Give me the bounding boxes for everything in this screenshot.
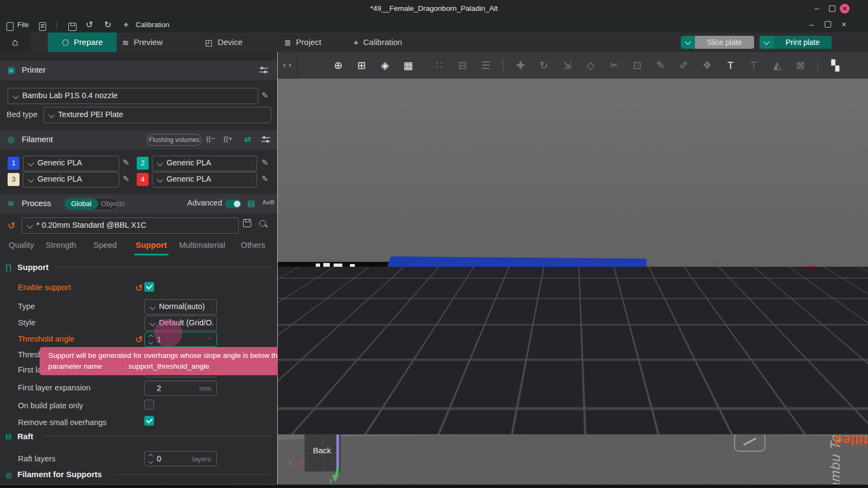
calibration-menu-icon[interactable]: ⌖ [124,17,129,33]
scope-objects-button[interactable]: Objects [94,198,131,209]
filament-supports-icon: ◎ [5,471,12,479]
occluded-row-label: Thresh [18,350,42,359]
tab-others[interactable]: Others [241,240,265,249]
param-tab-bar: Quality Strength Speed Support Multimate… [0,240,277,258]
y-axis-label: y [329,476,333,484]
filament-1-badge[interactable]: 1 [8,157,20,170]
support-section-icon: ∏ [5,263,12,272]
home-button[interactable]: ⌂ [0,33,30,52]
rename-plate-icon[interactable] [734,432,765,452]
z-axis-arrow-icon [334,425,341,432]
filament-4-select[interactable]: Generic PLA [152,172,257,188]
enable-support-checkbox[interactable] [144,282,154,292]
process-section-header: ≋ Process Global Objects Advanced ▤ A⇄B [0,194,277,214]
open-project-icon[interactable] [39,21,46,29]
titlebar-close-button[interactable]: × [840,4,850,14]
titlebar-minimize-button[interactable]: – [809,0,825,17]
printer-settings-icon[interactable] [259,67,268,74]
advanced-toggle[interactable] [225,200,241,208]
preset-list-icon[interactable]: ▤ [247,198,255,208]
reset-threshold-angle-icon[interactable]: ↺ [135,334,143,345]
on-build-plate-only-checkbox[interactable] [144,400,154,409]
filament-2-badge[interactable]: 2 [137,157,149,170]
printer-icon: ▣ [8,65,15,75]
edit-filament-3-icon[interactable]: ✎ [123,174,130,184]
model-front-face[interactable] [385,273,646,356]
bed-type-select[interactable]: Textured PEI Plate [43,107,271,123]
tab-calibration[interactable]: ⌖Calibration [354,33,402,52]
tab-preview[interactable]: ≋Preview [122,33,163,52]
redo-icon[interactable]: ↻ [104,17,111,33]
printer-preset-select[interactable]: Bambu Lab P1S 0.4 nozzle [8,88,258,104]
search-params-icon[interactable] [259,220,266,227]
support-style-select[interactable]: Default (Grid/O... [144,316,217,331]
first-layer-expansion-input[interactable]: 2 mm [144,381,217,396]
maximize-icon [829,5,835,12]
remove-filament-icon[interactable]: ((− [206,134,215,143]
tab-project[interactable]: ≣Project [284,33,321,52]
save-icon[interactable] [68,21,76,29]
tooltip-param-value: : support_threshold_angle [125,362,209,370]
filament-3-badge[interactable]: 3 [8,173,20,186]
support-type-select[interactable]: Normal(auto) [144,299,217,314]
filament-2-select[interactable]: Generic PLA [152,156,257,171]
tab-strength[interactable]: Strength [46,240,76,249]
tab-prepare[interactable]: ⎔Prepare [48,33,117,52]
threshold-angle-input[interactable]: 1 ° [144,332,217,347]
edit-filament-2-icon[interactable]: ✎ [261,158,269,168]
compare-preset-icon[interactable]: A⇄B [263,200,275,206]
x-axis-label: x [289,459,292,467]
printer-section-header: ▣ Printer [0,61,277,80]
menubar-minimize-button[interactable]: – [804,16,819,34]
plate-name-label: Untitled [794,432,868,448]
filament-icon: ◎ [8,134,15,144]
edit-filament-1-icon[interactable]: ✎ [123,158,130,168]
titlebar-maximize-button[interactable] [825,0,840,17]
edit-filament-4-icon[interactable]: ✎ [261,174,269,184]
remove-small-overhangs-checkbox[interactable] [144,416,154,426]
tab-multimaterial[interactable]: Multimaterial [179,240,225,249]
reset-process-icon[interactable]: ↺ [8,220,15,232]
flushing-volumes-button[interactable]: Flushing volumes [146,134,202,146]
edit-printer-icon[interactable]: ✎ [261,91,269,100]
undo-icon[interactable]: ↺ [86,17,93,33]
slice-plate-button[interactable]: Slice plate [681,36,754,49]
gizmo-back-label[interactable]: Back [304,446,340,455]
section-divider [54,267,271,267]
filament-1-select[interactable]: Generic PLA [23,156,119,171]
print-plate-button[interactable]: Print plate [760,36,832,49]
tab-speed[interactable]: Speed [93,240,117,249]
filament-supports-title: Filament for Supports [17,470,102,479]
calibration-menu[interactable]: Calibration [136,17,169,33]
reset-enable-support-icon[interactable]: ↺ [135,282,143,294]
support-section-title: Support [17,262,49,272]
raft-layers-spinner[interactable] [148,454,154,464]
3d-viewport[interactable]: Bambu Textured PEI Plate Untitled Top Ba… [278,52,868,484]
raft-layers-input[interactable]: 0 layers [144,451,217,466]
ams-sync-icon[interactable]: ⇄ [244,134,251,144]
project-icon: ≣ [284,38,291,47]
filament-4-badge[interactable]: 4 [137,173,149,186]
scope-global-button[interactable]: Global [65,198,98,209]
add-filament-icon[interactable]: ((+ [224,134,232,143]
preview-icon: ≋ [122,38,129,47]
model-3d-object[interactable] [278,52,868,484]
menubar-maximize-button[interactable] [820,16,835,33]
filament-3-select[interactable]: Generic PLA [23,172,119,188]
filament-settings-icon[interactable] [261,136,270,143]
settings-sidebar: ▣ Printer Bambu Lab P1S 0.4 nozzle ✎ Bed… [0,52,278,484]
tab-device[interactable]: ◰Device [205,33,242,52]
raft-section-title: Raft [17,432,33,441]
tab-support[interactable]: Support [136,240,167,249]
tab-quality[interactable]: Quality [9,240,34,249]
support-type-label: Type [18,302,35,311]
file-menu[interactable]: File [17,17,29,33]
menubar-close-button[interactable]: × [837,16,852,34]
new-file-icon[interactable] [7,21,14,29]
print-dropdown-icon[interactable] [760,36,774,49]
process-preset-select[interactable]: * 0.20mm Standard @BBL X1C [22,217,239,234]
slice-dropdown-icon[interactable] [681,36,695,49]
filament-header-label: Filament [22,134,53,144]
threshold-spinner[interactable] [148,335,154,344]
save-preset-icon[interactable] [243,217,251,233]
